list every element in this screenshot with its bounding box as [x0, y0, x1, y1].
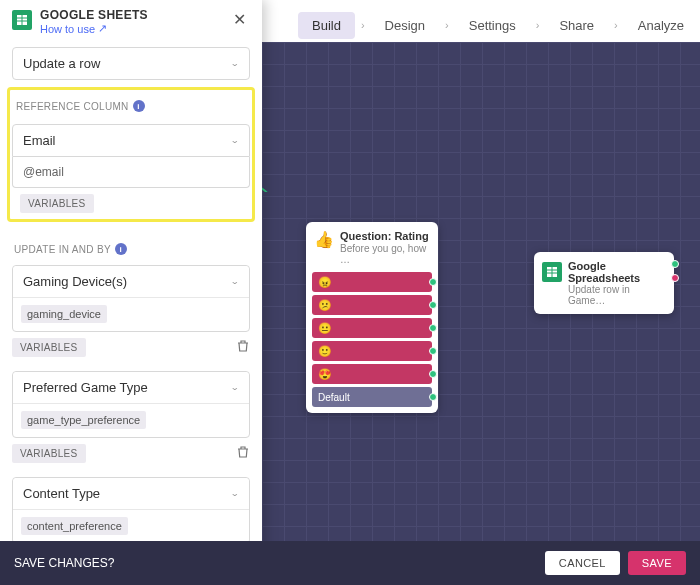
- sheets-icon: [12, 10, 32, 30]
- chevron-down-icon: ⌄: [230, 489, 239, 498]
- port-icon[interactable]: [429, 301, 437, 309]
- info-icon[interactable]: i: [115, 243, 127, 255]
- reference-column-section: REFERENCE COLUMN i Email ⌄ @email VARIAB…: [8, 88, 254, 221]
- node-g-title: Google Spreadsheets: [568, 260, 666, 284]
- section-label: UPDATE IN AND BY: [14, 244, 111, 255]
- variables-button[interactable]: VARIABLES: [12, 444, 86, 463]
- flow-canvas[interactable]: 👍 Question: Rating Before you go, how … …: [262, 42, 700, 585]
- howto-link[interactable]: How to use ↗: [40, 22, 221, 35]
- variable-pill[interactable]: gaming_device: [21, 305, 107, 323]
- column-select[interactable]: Gaming Device(s) ⌄: [13, 266, 249, 298]
- rating-opt-3[interactable]: 😐: [312, 318, 432, 338]
- sheets-icon: [542, 262, 562, 282]
- delete-field-button[interactable]: [236, 339, 250, 357]
- update-field-3: Content Type ⌄ content_preference: [12, 477, 250, 544]
- external-link-icon: ↗: [98, 22, 107, 35]
- tab-analyze[interactable]: Analyze: [624, 12, 698, 39]
- update-field-2: Preferred Game Type ⌄ game_type_preferen…: [12, 371, 250, 438]
- close-button[interactable]: ✕: [229, 8, 250, 31]
- port-icon[interactable]: [429, 347, 437, 355]
- column-select[interactable]: Preferred Game Type ⌄: [13, 372, 249, 404]
- variables-button[interactable]: VARIABLES: [12, 338, 86, 357]
- ref-column-select[interactable]: Email ⌄: [12, 124, 250, 157]
- ref-value-input[interactable]: @email: [12, 157, 250, 188]
- variable-pill[interactable]: game_type_preference: [21, 411, 146, 429]
- port-icon[interactable]: [429, 278, 437, 286]
- rating-opt-2[interactable]: 😕: [312, 295, 432, 315]
- action-select[interactable]: Update a row ⌄: [12, 47, 250, 80]
- delete-field-button[interactable]: [236, 445, 250, 463]
- column-select[interactable]: Content Type ⌄: [13, 478, 249, 510]
- thumbs-up-icon: 👍: [314, 230, 334, 265]
- rating-opt-5[interactable]: 😍: [312, 364, 432, 384]
- rating-opt-1[interactable]: 😠: [312, 272, 432, 292]
- tab-build[interactable]: Build: [298, 12, 355, 39]
- variables-button[interactable]: VARIABLES: [20, 194, 94, 213]
- chevron-down-icon: ⌄: [230, 59, 239, 68]
- chevron-down-icon: ⌄: [230, 136, 239, 145]
- port-success-icon[interactable]: [671, 260, 679, 268]
- rating-opt-4[interactable]: 🙂: [312, 341, 432, 361]
- integration-title: GOOGLE SHEETS: [40, 8, 221, 22]
- node-q-title: Question: Rating: [340, 230, 430, 243]
- rating-default[interactable]: Default: [312, 387, 432, 407]
- tab-share[interactable]: Share: [545, 12, 608, 39]
- port-icon[interactable]: [429, 393, 437, 401]
- port-icon[interactable]: [429, 370, 437, 378]
- tab-design[interactable]: Design: [371, 12, 439, 39]
- top-tabs: Build› Design› Settings› Share› Analyze: [262, 8, 700, 42]
- save-button[interactable]: SAVE: [628, 551, 686, 575]
- cancel-button[interactable]: CANCEL: [545, 551, 620, 575]
- info-icon[interactable]: i: [133, 100, 145, 112]
- node-question[interactable]: 👍 Question: Rating Before you go, how … …: [306, 222, 438, 413]
- node-gsheets[interactable]: Google Spreadsheets Update row in Game…: [534, 252, 674, 314]
- save-bar: SAVE CHANGES? CANCEL SAVE: [0, 541, 700, 585]
- variable-pill[interactable]: content_preference: [21, 517, 128, 535]
- chevron-down-icon: ⌄: [230, 383, 239, 392]
- chevron-down-icon: ⌄: [230, 277, 239, 286]
- port-icon[interactable]: [429, 324, 437, 332]
- node-g-subtitle: Update row in Game…: [568, 284, 666, 306]
- section-label: REFERENCE COLUMN: [16, 101, 129, 112]
- port-error-icon[interactable]: [671, 274, 679, 282]
- tab-settings[interactable]: Settings: [455, 12, 530, 39]
- save-prompt: SAVE CHANGES?: [14, 556, 114, 570]
- config-sidebar: GOOGLE SHEETS How to use ↗ ✕ Update a ro…: [0, 0, 262, 585]
- update-field-1: Gaming Device(s) ⌄ gaming_device: [12, 265, 250, 332]
- node-q-subtitle: Before you go, how …: [340, 243, 430, 265]
